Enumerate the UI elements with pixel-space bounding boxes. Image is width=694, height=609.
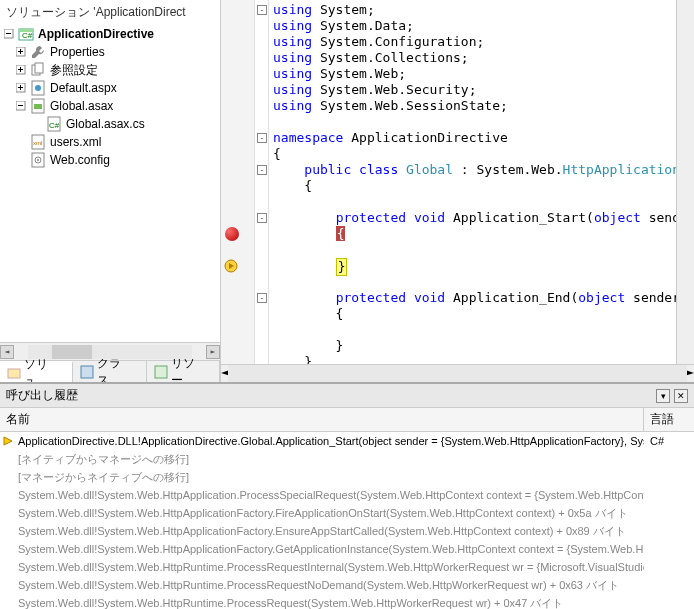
editor-hscrollbar[interactable]: ◄ ► xyxy=(221,364,694,382)
code-line[interactable]: using System.Data; xyxy=(273,18,672,34)
code-line[interactable]: } xyxy=(273,258,672,274)
tree-node[interactable]: Default.aspx xyxy=(0,79,220,97)
window-position-button[interactable]: ▾ xyxy=(656,389,670,403)
code-area[interactable]: using System;using System.Data;using Sys… xyxy=(269,0,676,364)
tree-node[interactable]: Properties xyxy=(0,43,220,61)
tree-node-label: Web.config xyxy=(48,152,112,168)
solution-tree[interactable]: C#ApplicationDirectiveProperties参照設定Defa… xyxy=(0,25,220,342)
code-line[interactable] xyxy=(273,242,672,258)
cs-icon: C# xyxy=(46,116,62,132)
tree-node-label: Global.asax.cs xyxy=(64,116,147,132)
code-line[interactable]: } xyxy=(273,354,672,364)
call-stack-title-bar: 呼び出し履歴 ▾ ✕ xyxy=(0,384,694,408)
tree-node[interactable]: Global.asax xyxy=(0,97,220,115)
row-marker-icon xyxy=(0,435,16,447)
svg-rect-29 xyxy=(8,369,20,378)
close-button[interactable]: ✕ xyxy=(674,389,688,403)
fold-toggle[interactable]: - xyxy=(257,5,267,15)
code-line[interactable]: { xyxy=(273,178,672,194)
solution-icon xyxy=(6,365,22,381)
editor-vscrollbar[interactable] xyxy=(676,0,694,364)
editor-gutter[interactable] xyxy=(221,0,255,364)
call-stack-panel: 呼び出し履歴 ▾ ✕ 名前 言語 ApplicationDirective.DL… xyxy=(0,382,694,609)
asax-icon xyxy=(30,98,46,114)
solution-tab[interactable]: クラス... xyxy=(73,361,146,382)
tree-node[interactable]: C#ApplicationDirective xyxy=(0,25,220,43)
code-editor: ----- using System;using System.Data;usi… xyxy=(221,0,694,382)
code-line[interactable] xyxy=(273,274,672,290)
code-line[interactable]: namespace ApplicationDirective xyxy=(273,130,672,146)
call-stack-row[interactable]: System.Web.dll!System.Web.HttpRuntime.Pr… xyxy=(0,558,694,576)
call-stack-row[interactable]: [ネイティブからマネージへの移行] xyxy=(0,450,694,468)
frame-text: System.Web.dll!System.Web.HttpRuntime.Pr… xyxy=(16,578,644,593)
twisty-icon[interactable] xyxy=(16,83,28,93)
tree-node-label: Properties xyxy=(48,44,107,60)
frame-text: System.Web.dll!System.Web.HttpRuntime.Pr… xyxy=(16,561,644,573)
code-line[interactable]: using System.Web.Security; xyxy=(273,82,672,98)
code-line[interactable]: protected void Application_End(object se… xyxy=(273,290,672,306)
code-line[interactable]: { xyxy=(273,306,672,322)
solution-title: ソリューション 'ApplicationDirect xyxy=(0,0,220,25)
fold-toggle[interactable]: - xyxy=(257,165,267,175)
frame-text: System.Web.dll!System.Web.HttpApplicatio… xyxy=(16,506,644,521)
twisty-icon[interactable] xyxy=(16,65,28,75)
tree-node-label: Default.aspx xyxy=(48,80,119,96)
fold-toggle[interactable]: - xyxy=(257,213,267,223)
svg-text:xml: xml xyxy=(33,140,42,146)
column-lang[interactable]: 言語 xyxy=(644,408,694,431)
instruction-pointer-icon xyxy=(224,259,239,273)
code-line[interactable]: protected void Application_Start(object … xyxy=(273,210,672,226)
code-line[interactable]: using System.Web; xyxy=(273,66,672,82)
code-line[interactable] xyxy=(273,114,672,130)
tree-node-label: ApplicationDirective xyxy=(36,26,156,42)
call-stack-title: 呼び出し履歴 xyxy=(6,387,78,404)
code-line[interactable]: public class Global : System.Web.HttpApp… xyxy=(273,162,672,178)
svg-rect-12 xyxy=(35,63,43,73)
call-stack-row[interactable]: System.Web.dll!System.Web.HttpRuntime.Pr… xyxy=(0,594,694,609)
solution-explorer-panel: ソリューション 'ApplicationDirect C#Application… xyxy=(0,0,221,382)
solution-tab[interactable]: リソー... xyxy=(147,361,220,382)
column-name[interactable]: 名前 xyxy=(0,408,644,431)
code-line[interactable]: using System.Configuration; xyxy=(273,34,672,50)
call-stack-row[interactable]: ApplicationDirective.DLL!ApplicationDire… xyxy=(0,432,694,450)
class-icon xyxy=(79,364,95,380)
svg-point-17 xyxy=(35,85,41,91)
code-line[interactable]: using System; xyxy=(273,2,672,18)
code-line[interactable]: { xyxy=(273,146,672,162)
fold-toggle[interactable]: - xyxy=(257,133,267,143)
solution-tab[interactable]: ソリュ... xyxy=(0,361,73,382)
call-stack-rows[interactable]: ApplicationDirective.DLL!ApplicationDire… xyxy=(0,432,694,609)
code-line[interactable]: } xyxy=(273,338,672,354)
call-stack-row[interactable]: System.Web.dll!System.Web.HttpApplicatio… xyxy=(0,486,694,504)
fold-toggle[interactable]: - xyxy=(257,293,267,303)
tree-node[interactable]: xmlusers.xml xyxy=(0,133,220,151)
call-stack-row[interactable]: System.Web.dll!System.Web.HttpApplicatio… xyxy=(0,504,694,522)
call-stack-row[interactable]: [マネージからネイティブへの移行] xyxy=(0,468,694,486)
code-line[interactable]: using System.Collections; xyxy=(273,50,672,66)
svg-rect-21 xyxy=(34,104,42,109)
frame-text: ApplicationDirective.DLL!ApplicationDire… xyxy=(16,435,644,447)
code-line[interactable] xyxy=(273,322,672,338)
call-stack-header[interactable]: 名前 言語 xyxy=(0,408,694,432)
config-icon xyxy=(30,152,46,168)
code-line[interactable]: { xyxy=(273,226,672,242)
tree-node[interactable]: 参照設定 xyxy=(0,61,220,79)
solution-hscrollbar[interactable]: ◄ ► xyxy=(0,342,220,360)
code-line[interactable] xyxy=(273,194,672,210)
call-stack-row[interactable]: System.Web.dll!System.Web.HttpApplicatio… xyxy=(0,522,694,540)
breakpoint-icon[interactable] xyxy=(225,227,239,241)
svg-point-28 xyxy=(37,159,39,161)
tree-node-label: users.xml xyxy=(48,134,103,150)
twisty-icon[interactable] xyxy=(16,47,28,57)
editor-outline-gutter[interactable]: ----- xyxy=(255,0,269,364)
wrench-icon xyxy=(30,44,46,60)
twisty-icon[interactable] xyxy=(16,101,28,111)
twisty-icon[interactable] xyxy=(4,29,16,39)
frame-lang: C# xyxy=(644,435,694,447)
tree-node[interactable]: C#Global.asax.cs xyxy=(0,115,220,133)
code-line[interactable]: using System.Web.SessionState; xyxy=(273,98,672,114)
xml-icon: xml xyxy=(30,134,46,150)
tree-node[interactable]: Web.config xyxy=(0,151,220,169)
call-stack-row[interactable]: System.Web.dll!System.Web.HttpRuntime.Pr… xyxy=(0,576,694,594)
call-stack-row[interactable]: System.Web.dll!System.Web.HttpApplicatio… xyxy=(0,540,694,558)
